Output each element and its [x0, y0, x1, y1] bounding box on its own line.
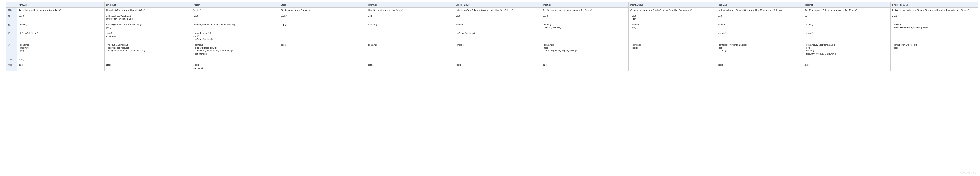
cell: pop() — [279, 22, 366, 30]
table-row: 查- contains() - indexOf() - get()- index… — [6, 42, 978, 57]
cell — [541, 57, 628, 62]
cell — [628, 62, 716, 71]
cell: LinkedList<E> list = new LinkedList<E>()… — [105, 8, 192, 13]
cell — [454, 57, 541, 62]
cell: - toArray()/toString() — [17, 30, 105, 42]
cell: contains() — [454, 42, 541, 57]
cell: add() — [17, 13, 105, 22]
cell: Stack<> name=new Stack<>() — [279, 8, 366, 13]
cell — [366, 30, 454, 42]
cell: replace() — [716, 30, 803, 42]
cell: size() — [803, 62, 891, 71]
cell: size() capacity() — [192, 62, 279, 71]
cell: sort() — [17, 57, 105, 62]
cell — [192, 57, 279, 62]
cell: remove()/removeFirst()/removeLast() poll… — [105, 22, 192, 30]
col-header: Stack — [279, 2, 366, 8]
cell: - set() - toArray() — [105, 30, 192, 42]
cell: remove() — [803, 22, 891, 30]
col-header: ArrayList — [17, 2, 105, 8]
cell: Queue<User> q = new PriorityQueue<> (new… — [628, 8, 716, 13]
cell — [628, 57, 716, 62]
cell — [279, 62, 366, 71]
cell: remove() — [366, 22, 454, 30]
cell: add() — [541, 13, 628, 22]
row-label: 改 — [6, 30, 17, 42]
cell: remove()/removeElement()/removeRange() — [192, 22, 279, 30]
cell — [105, 57, 192, 62]
cell: - containsKey(Object key) - get() — [891, 42, 978, 57]
cell: - contains() - first() /last()/cellig()/… — [541, 42, 628, 57]
cell: put() — [716, 13, 803, 22]
cell: TreeMap<Integer, String> treeMap = new T… — [803, 8, 891, 13]
cell — [891, 30, 978, 42]
row-label: 声明 — [6, 8, 17, 13]
cell: size() — [366, 62, 454, 71]
table-row: 删remove()remove()/removeFirst()/removeLa… — [6, 22, 978, 30]
cell: add()/addFirst()/addLast() offer()/offer… — [105, 13, 192, 22]
table-row: 声明ArrayList<> myNumbers = new ArrayList<… — [6, 8, 978, 13]
cell: Vector() — [192, 8, 279, 13]
table-row: 改- toArray()/toString()- set() - toArray… — [6, 30, 978, 42]
table-row: 排序sort() — [6, 57, 978, 62]
cell: size() — [105, 62, 192, 71]
cell — [279, 57, 366, 62]
cell: add() — [454, 13, 541, 22]
cell: - remove() - removeEldestEntry(Map.Entry… — [891, 22, 978, 30]
corner-cell — [6, 2, 17, 8]
row-label: 删 — [6, 22, 17, 30]
cell: size() — [541, 62, 628, 71]
collections-table: ArrayListLinkedListVectorStackHashSetLin… — [6, 2, 978, 71]
cell — [366, 57, 454, 62]
cell: add() — [366, 13, 454, 22]
cell — [891, 57, 978, 62]
col-header: HashMap — [716, 2, 803, 8]
col-header: Vector — [192, 2, 279, 8]
cell: remove() pollFirst()/pollLast() — [541, 22, 628, 30]
cell: - element() - peek() — [628, 42, 716, 57]
cell: size() — [716, 62, 803, 71]
table-row: 增add()add()/addFirst()/addLast() offer()… — [6, 13, 978, 22]
cell: HashMap<Integer, String> Sites = new Has… — [716, 8, 803, 13]
cell: remove() — [454, 22, 541, 30]
cell: - indexOf()/lastIndexOf() - get()/getFir… — [105, 42, 192, 57]
cell — [891, 62, 978, 71]
cell: contains() — [366, 42, 454, 57]
cell — [279, 30, 366, 42]
row-label: 排序 — [6, 57, 17, 62]
cell: replace() — [803, 30, 891, 42]
cell: size() — [17, 62, 105, 71]
cell: add() — [192, 13, 279, 22]
col-header: LinkedList — [105, 2, 192, 8]
col-header: TreeMap — [803, 2, 891, 8]
col-header: HashSet — [366, 2, 454, 8]
cell: LinkedHashMap<Integer, String> Sites = n… — [891, 8, 978, 13]
col-header: LinkedHashMap — [891, 2, 978, 8]
cell — [716, 57, 803, 62]
col-header: TreeSet — [541, 2, 628, 8]
cell — [541, 30, 628, 42]
cell: - containsKey()/containsValue() - get() … — [803, 42, 891, 57]
row-label: 增 — [6, 13, 17, 22]
cell — [628, 30, 716, 42]
table-row: 数量size()size()size() capacity()size()siz… — [6, 62, 978, 71]
cell: - contains() - indexOf()/lastIndexOf() -… — [192, 42, 279, 57]
cell: HashSet<> sites = new HashSet<>(); — [366, 8, 454, 13]
cell: - add() - offer() — [628, 13, 716, 22]
cell: LinkedHashSet<String> set = new LinkedHa… — [454, 8, 541, 13]
cell: ArrayList<> myNumbers = new ArrayList<>(… — [17, 8, 105, 13]
cell: - containsKey()/containsValue() - get() … — [716, 42, 803, 57]
cell: - insertElementAt() - set() - toArray()/… — [192, 30, 279, 42]
cell: - remove() - poll() — [628, 22, 716, 30]
row-label: 数量 — [6, 62, 17, 71]
col-header: LinkedHashSet — [454, 2, 541, 8]
cell: put() — [891, 13, 978, 22]
list-number: 1. — [2, 2, 6, 26]
cell — [803, 57, 891, 62]
col-header: PriorityQueue — [628, 2, 716, 8]
row-label: 查 — [6, 42, 17, 57]
cell: - toArray()/toString() — [454, 30, 541, 42]
cell: remove() — [716, 22, 803, 30]
cell: TreeSet<Integer> evenNumbers = new TreeS… — [541, 8, 628, 13]
cell: size() — [454, 62, 541, 71]
